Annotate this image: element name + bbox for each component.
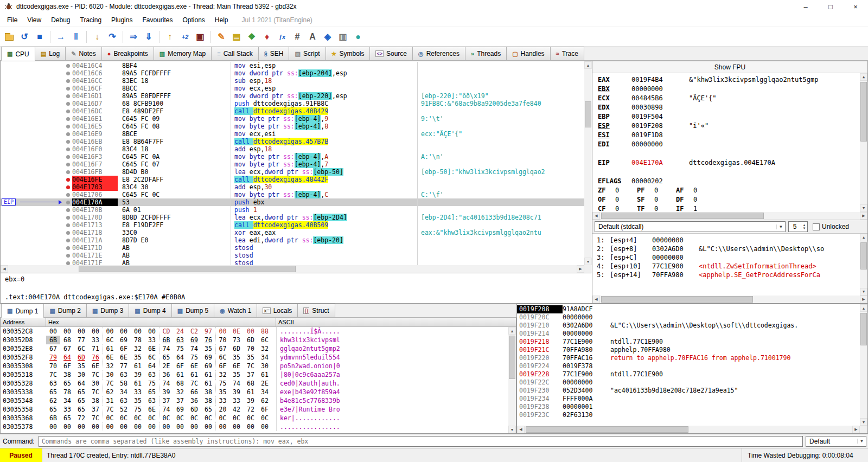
menu-item-help[interactable]: Help (210, 13, 233, 27)
scroll-thumb[interactable] (79, 266, 296, 272)
close-button[interactable]: × (843, 0, 868, 13)
preferences-button[interactable]: ● (351, 30, 365, 44)
tab-cpu[interactable]: ▦CPU (1, 47, 35, 61)
scroll-down-icon[interactable]: ▼ (860, 418, 867, 426)
stack-row[interactable]: 0019F2240019F378 (517, 362, 860, 370)
disasm-row[interactable]: 004E171EABstosd (1, 252, 584, 259)
scroll-left-icon[interactable]: ◀ (517, 426, 525, 433)
comment-button[interactable]: ▤ (229, 30, 244, 44)
memory-layout-button[interactable]: ▥ (336, 30, 350, 44)
dump-row[interactable]: 030353187C38307C306339633661616132353761… (1, 370, 508, 379)
step-over-button[interactable]: ↷ (105, 30, 119, 44)
disasm-row[interactable]: 004E171DABstosd (1, 244, 584, 252)
tab-dump-4[interactable]: ▦Dump 4 (129, 304, 171, 317)
scroll-down-icon[interactable]: ▼ (508, 426, 516, 433)
argument-row[interactable]: 4:[esp+10]77C1E900<ntdll.ZwSetInformatio… (597, 262, 860, 271)
scroll-track[interactable] (584, 69, 592, 258)
tab-script[interactable]: ▨Script (289, 47, 326, 60)
disasm-row[interactable]: 004E16EBE8 8B64F7FFcall dttcodexgigas.45… (1, 138, 584, 145)
scroll-right-icon[interactable]: ▶ (860, 212, 867, 220)
execute-till-return-button[interactable]: ⇒ (126, 30, 141, 44)
breakpoint-gutter[interactable] (63, 236, 72, 244)
stack-row[interactable]: 0019F22C00000000 (517, 378, 860, 387)
scroll-track[interactable] (525, 426, 852, 433)
stack-row[interactable]: 0019F21400000000 (517, 330, 860, 338)
disasm-row[interactable]: 004E1713E8 F19DF2FFcall dttcodexgigas.40… (1, 221, 584, 229)
scroll-track[interactable] (600, 296, 860, 303)
scroll-down-icon[interactable]: ▼ (860, 204, 867, 212)
crc-button[interactable]: # (290, 30, 304, 44)
dump-row[interactable]: 0303537800000000000000000000000000000000… (1, 422, 508, 431)
argument-row[interactable]: 2:[esp+8]0302A6D0&L"C:\\Users\\admin\\De… (597, 245, 860, 253)
scroll-down-icon[interactable]: ▼ (860, 288, 867, 296)
disasm-row[interactable]: 004E171A8D7D E0lea edi,dword ptr ss:[ebp… (1, 236, 584, 244)
tab-dump-1[interactable]: ▦Dump 1 (1, 304, 44, 318)
disasm-row[interactable]: 004E170383C4 30add esp,30 (1, 183, 584, 191)
flags-row[interactable]: CF0TF0IF1 (598, 204, 860, 212)
maximize-button[interactable]: □ (818, 0, 843, 13)
scroll-thumb[interactable] (860, 82, 867, 142)
breakpoint-gutter[interactable] (63, 168, 72, 176)
close-debuggee-button[interactable]: ■ (33, 30, 47, 44)
animate-button[interactable]: ▣ (193, 30, 207, 44)
spinner-arrows-icon[interactable]: ▲▼ (801, 223, 807, 230)
register-row-eax[interactable]: EAX0019F4B4&"khw3lix3kcivpsmlgglqao2ntut… (598, 75, 860, 85)
register-row-ebx[interactable]: EBX00000000 (598, 85, 860, 94)
dump-vscrollbar[interactable]: ▲ ▼ (508, 327, 516, 433)
argument-row[interactable]: 3:[esp+C]00000000 (597, 253, 860, 262)
graph-button[interactable]: ◈ (321, 30, 335, 44)
stack-row[interactable]: 0019F23800000001 (517, 403, 860, 411)
disasm-row[interactable]: 004E16C689A5 FCFDFFFFmov dword ptr ss:[e… (1, 69, 584, 77)
disasm-row[interactable]: 004E16CC83EC 18sub esp,18 (1, 77, 584, 85)
step-out-button[interactable]: ↑ (163, 30, 177, 44)
scroll-thumb[interactable] (526, 426, 688, 433)
unlocked-checkbox[interactable]: Unlocked (813, 223, 849, 230)
tab-source[interactable]: <>Source (369, 47, 413, 60)
dump-row[interactable]: 03035308706F356E327761642E6F6E696F6E7C30… (1, 362, 508, 370)
breakpoint-gutter[interactable] (63, 62, 72, 69)
dump-row[interactable]: 030353686B65727C0C0C0C0C0C0C0C0C0C0C0C0C… (1, 414, 508, 422)
disasm-row[interactable]: 004E16C48BF4mov esi,esp (1, 62, 584, 69)
disasm-row[interactable]: 004E171833C0xor eax,eaxeax:&"khw3lix3kci… (1, 229, 584, 236)
breakpoint-gutter[interactable] (63, 92, 72, 100)
scroll-left-icon[interactable]: ◀ (592, 296, 600, 303)
scroll-thumb[interactable] (860, 313, 867, 345)
tab-symbols[interactable]: ★Symbols (326, 47, 371, 60)
arguments-vscrollbar[interactable]: ▲ ▼ (860, 234, 867, 296)
dump-row[interactable]: 030352E867676C71616F326E74757435676D7032… (1, 344, 508, 353)
breakpoint-gutter[interactable] (63, 206, 72, 214)
scroll-track[interactable] (860, 241, 867, 288)
scroll-left-icon[interactable]: ◀ (592, 212, 600, 220)
stack-panel[interactable]: 0019F20891A8ADCF0019F20C000000000019F210… (516, 304, 868, 434)
stack-row[interactable]: 0019F2100302A6D0&L"C:\\Users\\admin\\Des… (517, 322, 860, 330)
stack-hscrollbar[interactable]: ◀ ▶ (517, 426, 860, 433)
stack-row[interactable]: 0019F22877C1E900ntdll.77C1E900 (517, 370, 860, 378)
scroll-left-icon[interactable]: ◀ (1, 265, 8, 273)
tab-seh[interactable]: §SEH (258, 47, 290, 60)
register-row-edi[interactable]: EDI00000000 (598, 140, 860, 149)
scroll-right-icon[interactable]: ▶ (577, 265, 584, 273)
scroll-thumb[interactable] (860, 242, 867, 270)
stack-row[interactable]: 0019F22070FFAC16return to apphelp.70FFAC… (517, 354, 860, 362)
breakpoint-gutter[interactable] (63, 259, 72, 265)
flags-row[interactable]: ZF0PF0AF0 (598, 186, 860, 195)
breakpoint-gutter[interactable] (63, 123, 72, 130)
restart-button[interactable]: ↺ (17, 30, 31, 44)
tab-dump-5[interactable]: ▦Dump 5 (171, 304, 214, 317)
breakpoint-gutter[interactable] (63, 69, 72, 77)
register-row-esp[interactable]: ESP0019F208"ï'«" (598, 121, 860, 131)
dump-row[interactable]: 030352D86B6877336C6978336B63697670736D6C… (1, 336, 508, 344)
menu-item-view[interactable]: View (22, 13, 46, 27)
assemble-button[interactable]: ✎ (214, 30, 228, 44)
step-into-button[interactable]: ↓ (90, 30, 104, 44)
stack-vscrollbar[interactable]: ▲ ▼ (860, 304, 867, 426)
disasm-row[interactable]: 004E170B6A 01push 1 (1, 206, 584, 214)
breakpoint-gutter[interactable] (63, 244, 72, 252)
font-button[interactable]: A (305, 30, 320, 44)
breakpoint-gutter[interactable] (63, 153, 72, 161)
register-row-edx[interactable]: EDX00030898 (598, 103, 860, 112)
register-row-eflags[interactable]: EFLAGS00000202 (598, 177, 860, 186)
checkbox-icon[interactable] (813, 223, 820, 230)
show-fpu-button[interactable]: Show FPU (592, 61, 867, 73)
disasm-row[interactable]: 004E16E98BCEmov ecx,esiecx:"ÃÇE'{" (1, 130, 584, 138)
